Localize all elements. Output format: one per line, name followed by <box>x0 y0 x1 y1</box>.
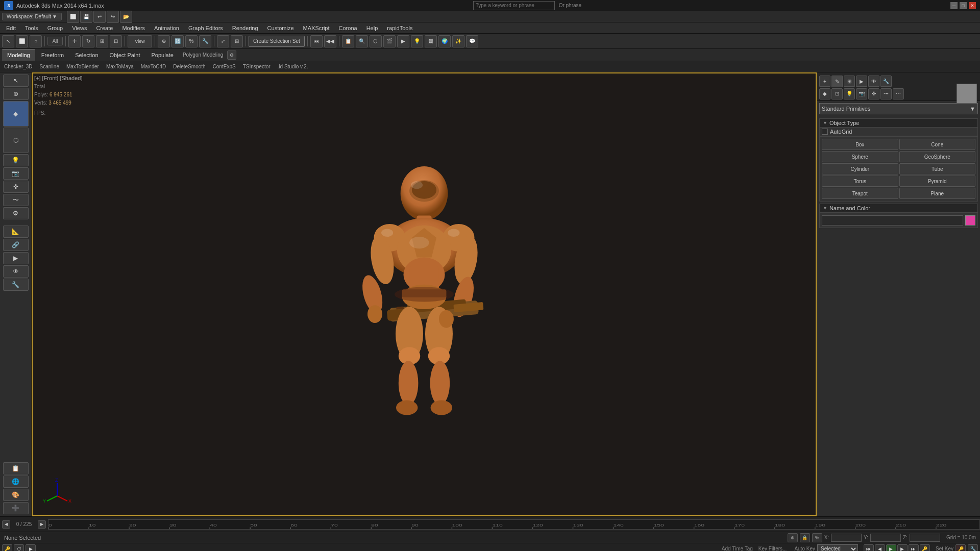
toolbar-icon-2[interactable]: 💾 <box>80 11 92 23</box>
menu-maxscript[interactable]: MAXScript <box>299 24 334 32</box>
ricon-helper[interactable]: ✜ <box>868 88 879 99</box>
plugin-idstudio[interactable]: .id Studio v.2. <box>276 63 310 70</box>
tab-object-paint[interactable]: Object Paint <box>105 49 145 61</box>
render-btn[interactable]: ▶ <box>397 35 409 47</box>
workspace-dropdown[interactable]: Workspace: Default ▼ <box>2 13 62 20</box>
helpers-btn[interactable]: ✜ <box>3 181 29 193</box>
create-tab[interactable]: + <box>819 76 830 87</box>
color-swatch[interactable] <box>965 215 975 226</box>
spinner-snap[interactable]: 🔧 <box>199 35 211 47</box>
plugin-maxtomaya[interactable]: MaxToMaya <box>104 63 136 70</box>
ricon-more[interactable]: ⋯ <box>893 88 904 99</box>
motion-btn[interactable]: ▶ <box>3 252 29 264</box>
geometry-btn[interactable]: ◆ <box>3 101 29 127</box>
timeline-expand[interactable]: ◀ <box>2 520 10 529</box>
material-editor[interactable]: ⬡ <box>370 35 382 47</box>
plugin-maxtoc4d[interactable]: MaxToC4D <box>139 63 168 70</box>
scale-tool-2[interactable]: ⊡ <box>110 35 122 47</box>
key-mode-toggle[interactable]: 🔑 <box>920 544 930 552</box>
obj-pyramid[interactable]: Pyramid <box>899 176 976 187</box>
status-snap-percent[interactable]: % <box>812 533 822 542</box>
time-config-btn[interactable]: ⏱ <box>14 544 24 552</box>
mirror-tool[interactable]: ⤢ <box>217 35 229 47</box>
timeline-collapse[interactable]: ▶ <box>38 520 46 529</box>
camera-btn[interactable]: 📷 <box>3 167 29 180</box>
z-input[interactable] <box>910 534 940 542</box>
reference-coord[interactable]: View <box>128 35 152 47</box>
plugin-scanline[interactable]: Scanline <box>38 63 61 70</box>
align-tool[interactable]: ⊞ <box>231 35 243 47</box>
play-btn[interactable]: ▶ <box>26 544 36 552</box>
hierarchy-tab[interactable]: ⊞ <box>844 76 855 87</box>
render-frame[interactable]: 🖼 <box>425 35 437 47</box>
obj-teapot[interactable]: Teapot <box>822 188 898 199</box>
render-tools[interactable]: 🎨 <box>3 489 29 501</box>
render-message[interactable]: 💬 <box>466 35 478 47</box>
plugin-maxtoblender[interactable]: MaxToBlender <box>64 63 101 70</box>
obj-cylinder[interactable]: Cylinder <box>822 163 898 174</box>
menu-animation[interactable]: Animation <box>150 24 183 32</box>
autogrid-checkbox[interactable] <box>822 129 828 135</box>
snap-toggle[interactable]: ⊕ <box>158 35 170 47</box>
menu-views[interactable]: Views <box>68 24 91 32</box>
modify-btn[interactable]: 📐 <box>3 226 29 238</box>
shapes-btn[interactable]: ⬡ <box>3 128 29 153</box>
scene-tools[interactable]: 🌐 <box>3 475 29 488</box>
effects[interactable]: ✨ <box>452 35 464 47</box>
menu-help[interactable]: Help <box>362 24 382 32</box>
tab-modeling[interactable]: Modeling <box>2 49 35 61</box>
toolbar-icon-5[interactable]: 📂 <box>120 11 132 23</box>
auto-key-dropdown[interactable]: Selected <box>817 544 858 552</box>
render-setup[interactable]: 🎬 <box>383 35 396 47</box>
plugin-tsinspector[interactable]: TSInspector <box>241 63 273 70</box>
y-input[interactable] <box>870 534 901 542</box>
angle-snap[interactable]: 🔢 <box>172 35 184 47</box>
settings-icon[interactable]: ⚙ <box>227 51 236 60</box>
active-shade[interactable]: 💡 <box>411 35 423 47</box>
rotate-tool[interactable]: ↻ <box>82 35 94 47</box>
set-key-btn[interactable]: 🔑 <box>955 544 966 552</box>
key-mode-btn[interactable]: 🔑 <box>2 544 12 552</box>
toolbar-icon-4[interactable]: ↪ <box>107 11 119 23</box>
filter-dropdown[interactable]: All <box>47 37 63 45</box>
primitives-dropdown[interactable]: Standard Primitives ▼ <box>819 103 978 114</box>
obj-torus[interactable]: Torus <box>822 176 898 187</box>
layer-manager[interactable]: 📋 <box>342 35 354 47</box>
go-start-btn[interactable]: ⏮ <box>864 544 874 552</box>
obj-sphere[interactable]: Sphere <box>822 151 898 162</box>
restore-button[interactable]: □ <box>960 2 967 9</box>
play-anim-btn[interactable]: ▶ <box>886 544 896 552</box>
obj-tube[interactable]: Tube <box>899 163 976 174</box>
obj-box[interactable]: Box <box>822 139 898 150</box>
name-input[interactable] <box>822 215 963 226</box>
plugin-contextps[interactable]: ContExpS <box>211 63 238 70</box>
key-filters-btn[interactable]: 🔧 <box>968 544 978 552</box>
select-tool[interactable]: ↖ <box>2 35 14 47</box>
close-button[interactable]: ✕ <box>969 2 976 9</box>
menu-graph-editors[interactable]: Graph Editors <box>184 24 227 32</box>
obj-plane[interactable]: Plane <box>899 188 976 199</box>
select-region-tool[interactable]: ⬜ <box>16 35 28 47</box>
next-frame-anim-btn[interactable]: ▶ <box>897 544 908 552</box>
ricon-camera[interactable]: 📷 <box>856 88 867 99</box>
spacewarps-btn[interactable]: 〜 <box>3 194 29 206</box>
menu-corona[interactable]: Corona <box>335 24 361 32</box>
create-selection-btn[interactable]: Create Selection Set <box>249 36 305 47</box>
obj-cone[interactable]: Cone <box>899 139 976 150</box>
go-end-btn[interactable]: ⏭ <box>909 544 919 552</box>
tab-populate[interactable]: Populate <box>146 49 178 61</box>
tab-freeform[interactable]: Freeform <box>36 49 69 61</box>
ricon-shapes[interactable]: ⊡ <box>831 88 843 99</box>
object-type-header[interactable]: ▼ Object Type <box>819 118 978 128</box>
timeline-track[interactable]: 0 10 20 30 40 50 60 70 80 <box>48 519 980 530</box>
menu-rapidtools[interactable]: rapidTools <box>383 24 416 32</box>
tab-selection[interactable]: Selection <box>70 49 103 61</box>
display-tab[interactable]: 👁 <box>868 76 879 87</box>
status-snap-angle[interactable]: 🔒 <box>800 533 810 542</box>
utilities-tab[interactable]: 🔧 <box>880 76 892 87</box>
utilities-btn[interactable]: 🔧 <box>3 279 29 291</box>
toolbar-icon-3[interactable]: ↩ <box>93 11 106 23</box>
toolbar-icon-1[interactable]: ⬜ <box>67 11 79 23</box>
obj-geosphere[interactable]: GeoSphere <box>899 151 976 162</box>
plugin-deletesmooth[interactable]: DeleteSmooth <box>171 63 207 70</box>
